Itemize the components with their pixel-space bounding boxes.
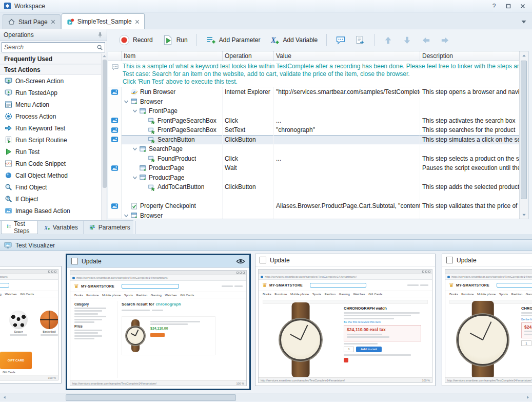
operation-item-if-object[interactable]: ?If Object (0, 193, 101, 205)
eye-icon[interactable] (236, 258, 245, 264)
tree-expander-icon[interactable] (132, 146, 139, 151)
column-header-description[interactable]: Description (420, 51, 520, 61)
close-button[interactable] (517, 2, 528, 11)
run-button[interactable]: Run (159, 32, 191, 48)
visualizer-screenshot[interactable]: http://services.smartbear.com/samples/Te… (0, 266, 61, 383)
decorative-element: http://services.smartbear.com/samples/Te… (70, 270, 247, 386)
test-step-row[interactable]: Property CheckpointAliases.Browser.Produ… (108, 201, 528, 211)
column-header-operation[interactable]: Operation (223, 51, 274, 61)
tree-expander-icon[interactable] (124, 99, 130, 104)
decorative-element: chronograph (156, 302, 181, 307)
step-value (274, 173, 420, 183)
scroll-left-icon[interactable] (0, 393, 9, 401)
operation-item-call-object-method[interactable]: Call Object Method (0, 169, 101, 181)
record-button[interactable]: Record (115, 32, 156, 48)
visualizer-image-icon[interactable] (111, 202, 119, 210)
test-step-row[interactable]: Browser (108, 211, 528, 220)
test-step-row[interactable]: FrontPageSearchBoxClick...This step acti… (108, 116, 528, 126)
tab-parameters[interactable]: Parameters (84, 221, 136, 234)
tree-expander-icon[interactable] (132, 108, 139, 113)
scrollbar-thumb[interactable] (521, 61, 527, 199)
tree-expander-icon[interactable] (124, 213, 130, 218)
move-down-button[interactable] (399, 33, 416, 47)
visualizer-frame-partial[interactable]: http://services.smartbear.com/samples/Te… (0, 266, 62, 384)
test-step-row[interactable]: SearchPage (108, 144, 528, 154)
test-step-row[interactable]: AddToCartButtonClickButtonThis step adds… (108, 182, 528, 192)
operation-item-run-test[interactable]: Run Test (0, 146, 101, 158)
visualizer-frame-product-page[interactable]: Update http://services.smartbear.com/sam… (255, 254, 436, 386)
step-item-cell: eRun Browser (122, 87, 223, 97)
scrollbar-thumb[interactable] (66, 394, 236, 401)
update-checkbox[interactable] (260, 257, 266, 263)
update-checkbox[interactable] (446, 257, 453, 263)
visualizer-image-icon[interactable] (111, 136, 119, 143)
visualizer-image-icon[interactable] (111, 164, 119, 172)
operations-scrollbar[interactable] (101, 53, 107, 234)
move-left-button[interactable] (418, 33, 435, 47)
add-parameter-button[interactable]: Add Parameter (202, 33, 264, 47)
update-checkbox[interactable] (71, 258, 78, 264)
visualizer-image-icon[interactable] (111, 88, 119, 96)
visualizer-frame-search-results[interactable]: Update http://services.smartbear.com/sam… (66, 254, 251, 390)
test-step-row[interactable]: Browser (108, 97, 528, 107)
test-step-row[interactable]: FrontPage (108, 106, 528, 116)
operation-item-process-action[interactable]: Process Action (0, 110, 101, 122)
operations-search-input[interactable] (4, 43, 91, 51)
visualizer-horizontal-scrollbar[interactable] (0, 393, 532, 401)
move-right-button[interactable] (437, 33, 454, 47)
mini-site-header: ♛MY-SMARTSTORE (259, 280, 432, 291)
operation-item-run-testedapp[interactable]: Run TestedApp (0, 87, 101, 99)
tab-variables[interactable]: XVariables (38, 221, 84, 234)
operation-item-run-code-snippet[interactable]: </>Run Code Snippet (0, 158, 101, 169)
grid-comment-block[interactable]: This is a sample of what a keyword test … (108, 61, 528, 87)
tab-simpletest-sample[interactable]: SimpleTest_Sample (62, 13, 145, 29)
column-header-value[interactable]: Value (274, 51, 420, 61)
grid-vertical-scrollbar[interactable] (519, 51, 528, 219)
tab-close-icon[interactable] (51, 20, 55, 24)
tab-test-steps[interactable]: Test Steps (1, 221, 38, 234)
test-step-row[interactable]: SearchButtonClickButtonThis step simulat… (108, 135, 528, 145)
test-step-row[interactable]: FrontPageSearchBoxSetText"chronograph"Th… (108, 125, 528, 135)
operations-section-frequently-used[interactable]: Frequently Used (0, 53, 101, 64)
operation-item-image-based-action[interactable]: Image Based Action (0, 205, 101, 217)
horizontal-splitter[interactable] (0, 234, 532, 239)
operation-item-run-keyword-test[interactable]: Run Keyword Test (0, 122, 101, 134)
visualizer-screenshot[interactable]: http://services.smartbear.com/samples/Te… (67, 267, 249, 389)
tab-start-page[interactable]: Start Page (3, 14, 61, 29)
tree-expander-icon[interactable] (132, 175, 139, 180)
add-variable-button[interactable]: X Add Variable (266, 33, 321, 47)
decorative-element: 100 % (48, 376, 56, 379)
test-step-row[interactable]: ProductPage (108, 173, 528, 183)
visualizer-screenshot[interactable]: http://services.smartbear.com/samples/Te… (255, 266, 435, 386)
convert-to-script-button[interactable] (351, 33, 369, 47)
test-step-row[interactable]: FoundProductClick...This step selects a … (108, 154, 528, 164)
visualizer-image-icon[interactable] (111, 117, 119, 124)
pin-icon[interactable] (97, 32, 103, 38)
move-up-button[interactable] (380, 33, 397, 47)
scrollbar-thumb[interactable] (103, 60, 107, 188)
step-description: This step searches for the product (420, 125, 520, 135)
scroll-up-icon[interactable] (520, 51, 528, 60)
scroll-down-icon[interactable] (520, 210, 528, 219)
operation-item-run-script-routine[interactable]: Run Script Routine (0, 134, 101, 146)
main-toolbar: Record Run Add Parameter X Add Variable (108, 29, 532, 51)
test-step-row[interactable]: eRun BrowserInternet Explorer"http://ser… (108, 87, 528, 97)
step-value: ... (274, 154, 420, 164)
operation-item-menu-action[interactable]: Menu Action (0, 99, 101, 110)
maximize-button[interactable] (503, 2, 514, 11)
visualizer-frame-product-zoom[interactable]: Update http://services.smartbear.com/sam… (442, 254, 532, 386)
tab-close-icon[interactable] (135, 20, 140, 24)
tab-overflow-chevron-icon[interactable] (521, 20, 527, 24)
test-step-row[interactable]: ProductPageWaitPauses the script executi… (108, 163, 528, 173)
test-visualizer-header[interactable]: Test Visualizer (0, 239, 532, 251)
help-button[interactable]: ? (488, 2, 500, 11)
visualizer-image-icon[interactable] (111, 126, 119, 134)
visualizer-screenshot[interactable]: http://services.smartbear.com/samples/Te… (442, 266, 532, 386)
scroll-up-icon[interactable] (102, 54, 107, 59)
column-header-item[interactable]: Item (122, 51, 223, 61)
operation-item-find-object[interactable]: Find Object (0, 181, 101, 193)
scroll-right-icon[interactable] (523, 393, 532, 401)
operation-item-on-screen-action[interactable]: On-Screen Action (0, 75, 101, 87)
add-comment-button[interactable] (332, 33, 349, 47)
operations-section-test-actions[interactable]: Test Actions (0, 64, 101, 75)
